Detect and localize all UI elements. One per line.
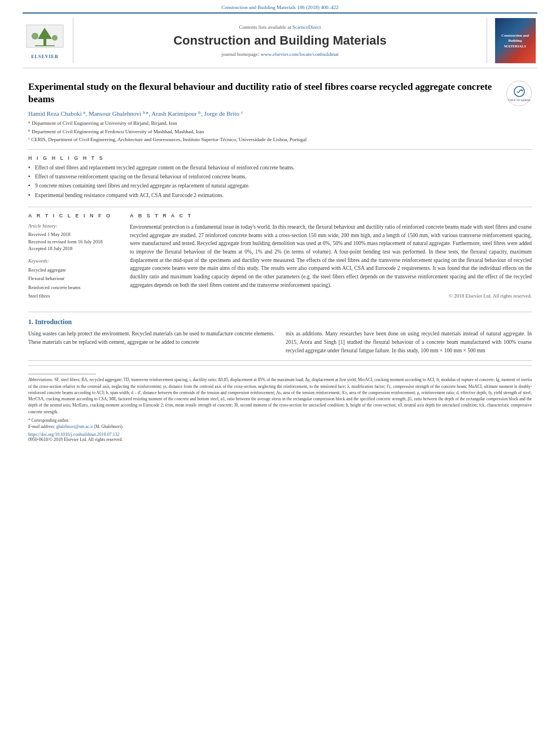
doi-link[interactable]: https://doi.org/10.1016/j.conbuildmat.20… bbox=[28, 432, 120, 437]
elsevier-label: ELSEVIER bbox=[31, 54, 58, 59]
keywords-list: Recycled aggregate Flexural behaviour Re… bbox=[28, 266, 119, 300]
svg-point-7 bbox=[521, 89, 523, 91]
article-info-abstract-section: A R T I C L E I N F O Article history: R… bbox=[28, 207, 532, 312]
keywords-sublabel: Keywords: bbox=[28, 258, 119, 264]
abstract-col: A B S T R A C T Environmental protection… bbox=[130, 213, 532, 306]
journal-title-main: Construction and Building Materials bbox=[173, 33, 387, 48]
article-title-text: Experimental study on the flexural behav… bbox=[28, 81, 498, 145]
sciencedirect-prefix: Contents lists available at bbox=[239, 24, 291, 30]
check-updates-badge: Check for updates bbox=[506, 81, 532, 106]
intro-two-col: Using wastes can help protect the enviro… bbox=[28, 330, 532, 355]
journal-homepage: journal homepage: www.elsevier.com/locat… bbox=[221, 51, 338, 57]
svg-point-5 bbox=[52, 35, 58, 41]
header-main: ELSEVIER Contents lists available at Sci… bbox=[23, 12, 537, 68]
journal-homepage-link[interactable]: www.elsevier.com/locate/conbuildmat bbox=[261, 51, 339, 57]
doi-line: https://doi.org/10.1016/j.conbuildmat.20… bbox=[28, 432, 532, 437]
journal-header: Construction and Building Materials 186 … bbox=[0, 0, 560, 68]
keyword-1: Recycled aggregate bbox=[28, 266, 119, 274]
journal-ref-link[interactable]: Construction and Building Materials 186 … bbox=[221, 5, 338, 10]
cover-text: Construction and Building MATERIALS bbox=[497, 33, 533, 48]
elsevier-logo bbox=[24, 22, 66, 53]
highlight-item-2: Effect of transverse reinforcement spaci… bbox=[28, 173, 532, 181]
affiliation-b: ᵇ Department of Civil Engineering at Fer… bbox=[28, 128, 498, 136]
homepage-prefix: journal homepage: bbox=[221, 51, 259, 57]
article-history-sublabel: Article history: bbox=[28, 223, 119, 229]
highlights-label: H I G H L I G H T S bbox=[28, 155, 532, 161]
article-title: Experimental study on the flexural behav… bbox=[28, 81, 498, 106]
introduction-section: 1. Introduction Using wastes can help pr… bbox=[28, 312, 532, 361]
check-updates-icon bbox=[514, 86, 525, 97]
keyword-4: Steel fibres bbox=[28, 292, 119, 300]
abbreviations-text: Abbreviations: SF, steel fibres; RA, rec… bbox=[28, 377, 532, 415]
keyword-3: Reinforced concrete beams bbox=[28, 283, 119, 292]
highlights-list: Effect of steel fibres and replacement r… bbox=[28, 164, 532, 199]
svg-point-4 bbox=[32, 33, 38, 40]
abstract-copyright: © 2018 Elsevier Ltd. All rights reserved… bbox=[130, 293, 532, 299]
keyword-2: Flexural behaviour bbox=[28, 274, 119, 283]
header-logo-left: ELSEVIER bbox=[23, 18, 73, 63]
journal-ref-line: Construction and Building Materials 186 … bbox=[23, 5, 537, 10]
revised-date: Received in revised form 16 July 2018 bbox=[28, 238, 119, 246]
received-date: Received 1 May 2018 bbox=[28, 231, 119, 238]
accepted-date: Accepted 18 July 2018 bbox=[28, 245, 119, 252]
intro-heading: 1. Introduction bbox=[28, 318, 532, 326]
affiliation-a: ᵃ Department of Civil Engineering at Uni… bbox=[28, 120, 498, 128]
article-info-label: A R T I C L E I N F O bbox=[28, 213, 119, 219]
article-title-section: Experimental study on the flexural behav… bbox=[28, 74, 532, 150]
email-line: E-mail address: ghalehnovi@um.ac.ir (M. … bbox=[28, 423, 532, 430]
highlight-item-4: Experimental bending resistance compared… bbox=[28, 192, 532, 199]
highlights-section: H I G H L I G H T S Effect of steel fibr… bbox=[28, 150, 532, 207]
highlight-item-1: Effect of steel fibres and replacement r… bbox=[28, 164, 532, 172]
intro-col1: Using wastes can help protect the enviro… bbox=[28, 330, 274, 355]
sciencedirect-link[interactable]: ScienceDirect bbox=[292, 24, 321, 30]
issn-line: 0950-0618/© 2018 Elsevier Ltd. All right… bbox=[28, 437, 532, 442]
article-authors: Hamid Reza Chaboki ᵃ, Mansour Ghalehnovi… bbox=[28, 110, 498, 117]
svg-rect-1 bbox=[43, 39, 46, 46]
footnote-divider bbox=[28, 374, 96, 374]
corresponding-author-line: * Corresponding author. bbox=[28, 417, 532, 423]
check-updates-label: Check for updates bbox=[508, 98, 530, 102]
article-info-col: A R T I C L E I N F O Article history: R… bbox=[28, 213, 119, 306]
abbreviations-label: Abbreviations: bbox=[28, 377, 53, 382]
email-name: (M. Ghalehnovi). bbox=[94, 424, 123, 429]
keywords-block: Keywords: Recycled aggregate Flexural be… bbox=[28, 258, 119, 300]
article-affiliations: ᵃ Department of Civil Engineering at Uni… bbox=[28, 120, 498, 144]
sciencedirect-line: Contents lists available at ScienceDirec… bbox=[239, 24, 321, 30]
header-center: Contents lists available at ScienceDirec… bbox=[73, 18, 487, 63]
article-history-block: Article history: Received 1 May 2018 Rec… bbox=[28, 223, 119, 252]
journal-cover: Construction and Building MATERIALS bbox=[495, 18, 536, 63]
abstract-label: A B S T R A C T bbox=[130, 213, 532, 219]
highlight-item-3: 9 concrete mixes containing steel fibres… bbox=[28, 182, 532, 190]
email-link[interactable]: ghalehnovi@um.ac.ir bbox=[56, 424, 93, 429]
affiliation-c: ᶜ CERIS, Department of Civil Engineering… bbox=[28, 136, 498, 144]
page: Construction and Building Materials 186 … bbox=[0, 0, 560, 747]
intro-col2: mix as additions. Many researches have b… bbox=[286, 330, 532, 355]
email-label: E-mail address: bbox=[28, 424, 55, 429]
article-content: Experimental study on the flexural behav… bbox=[0, 68, 560, 448]
abbreviations-content: SF, steel fibres; RA, recycled aggregate… bbox=[28, 377, 532, 414]
abstract-text: Environmental protection is a fundamenta… bbox=[130, 223, 532, 290]
header-logo-right: Construction and Building MATERIALS bbox=[487, 18, 537, 63]
footnote-section: Abbreviations: SF, steel fibres; RA, rec… bbox=[28, 365, 532, 442]
